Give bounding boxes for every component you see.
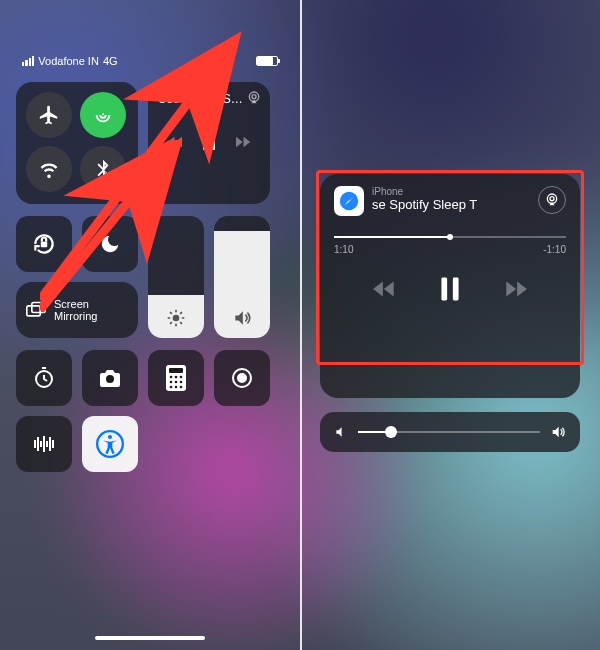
calculator-button[interactable] xyxy=(148,350,204,406)
volume-icon xyxy=(214,308,270,328)
screen-record-button[interactable] xyxy=(214,350,270,406)
svg-point-15 xyxy=(170,381,173,384)
svg-point-22 xyxy=(238,374,246,382)
svg-point-24 xyxy=(108,435,112,439)
svg-point-14 xyxy=(180,376,183,379)
svg-point-17 xyxy=(180,381,183,384)
annotation-highlight xyxy=(316,170,584,365)
svg-point-13 xyxy=(175,376,178,379)
screen-divider xyxy=(300,0,302,650)
svg-point-9 xyxy=(106,375,114,383)
volume-bar[interactable] xyxy=(320,412,580,452)
camera-button[interactable] xyxy=(82,350,138,406)
timer-button[interactable] xyxy=(16,350,72,406)
svg-point-16 xyxy=(175,381,178,384)
svg-rect-5 xyxy=(27,306,40,316)
svg-point-19 xyxy=(175,386,178,389)
svg-point-18 xyxy=(170,386,173,389)
annotation-arrow xyxy=(40,140,210,320)
volume-track[interactable] xyxy=(358,431,540,433)
signal-bars-icon xyxy=(22,56,34,66)
volume-high-icon xyxy=(550,424,566,440)
control-center-screen: Vodafone IN 4G xyxy=(0,0,300,650)
media-expanded-screen: iPhone se Spotify Sleep T 1:10 -1:10 xyxy=(300,0,600,650)
voice-memos-button[interactable] xyxy=(16,416,72,472)
svg-point-12 xyxy=(170,376,173,379)
svg-line-26 xyxy=(40,160,162,310)
home-indicator[interactable] xyxy=(95,636,205,640)
accessibility-button[interactable] xyxy=(82,416,138,472)
svg-rect-11 xyxy=(169,368,183,373)
svg-point-20 xyxy=(180,386,183,389)
volume-low-icon xyxy=(334,425,348,439)
